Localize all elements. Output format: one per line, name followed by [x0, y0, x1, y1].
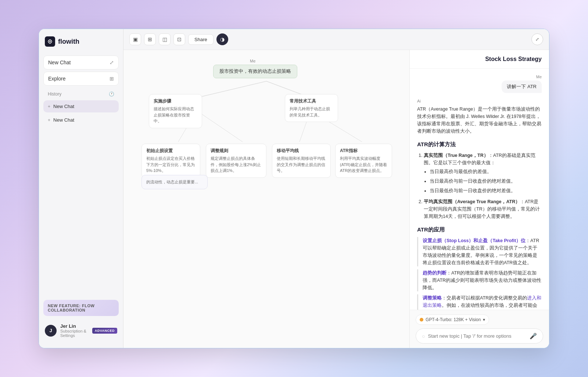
panel-ai-label: Ai — [417, 99, 542, 103]
user-avatar: J — [45, 325, 57, 337]
new-chat-button[interactable]: New Chat ⤢ — [43, 55, 119, 69]
history-clock-icon: 🕐 — [109, 91, 114, 97]
user-name: Jer Lin — [60, 323, 89, 329]
app-window: flowith New Chat ⤢ Explore ⊞ History 🕐 +… — [39, 29, 549, 348]
panel-ai-content: ATR（Average True Range）是一个用于衡量市场波动性的技术分析… — [417, 105, 542, 310]
ai-section1-item-2: 平均真实范围（Average True Range，ATR）：ATR是一定时间段… — [424, 198, 542, 220]
user-avatar-initial: J — [49, 328, 52, 333]
input-search-icon: ○ — [422, 333, 425, 339]
sub-card-1-text: 描述如何实际应用动态止损策略在股市投资中。 — [154, 106, 197, 124]
tr-sublist: 当日最高价与最低价的差值。 当日最高价与前一日收盘价的绝对差值。 当日最低价与前… — [424, 168, 542, 194]
panel-input-area: GPT-4-Turbo: 128K + Vision ▾ ○ 🎤 — [410, 310, 549, 348]
chat-item-icon-1: + — [48, 104, 50, 109]
ai-partial-card: 的流动性，动态止损是重要... — [141, 175, 208, 189]
new-chat-label: New Chat — [48, 60, 71, 65]
new-feature-banner: NEW FEATURE: Flow Collaboration — [43, 300, 119, 316]
svg-line-0 — [197, 81, 266, 98]
toolbar-btn-2[interactable]: ⊞ — [144, 33, 156, 45]
ai-section1-title: ATR的计算方法 — [417, 140, 542, 149]
ai-section2-title: ATR的应用 — [417, 225, 542, 234]
new-chat-icon: ⤢ — [110, 60, 114, 65]
sub-card-2-title: 常用技术工具 — [290, 98, 333, 104]
logo-icon — [45, 36, 55, 47]
model-selector-chevron: ▾ — [483, 317, 485, 322]
content-area: Me 股市投资中，有效的动态止损策略 实施步骤 描述如何实际应用动态止损策略在股… — [123, 50, 549, 348]
advanced-badge: ADVANCED — [92, 328, 117, 334]
toolbar-btn-4[interactable]: ⊡ — [173, 33, 185, 45]
toolbar-btn-3[interactable]: ◫ — [159, 33, 171, 45]
ai-partial-text: 的流动性，动态止损是重要... — [146, 179, 203, 185]
user-row[interactable]: J Jer Lin Subscription & Settings ADVANC… — [43, 320, 119, 341]
sub-card-2: 常用技术工具 列举几种用于动态止损的常见技术工具。 — [285, 94, 338, 122]
panel-user-msg: Me 讲解一下 ATR — [417, 75, 542, 93]
panel-user-label: Me — [417, 75, 542, 79]
history-label: History — [48, 91, 61, 97]
user-info: Jer Lin Subscription & Settings — [60, 323, 89, 338]
sub-card-1-title: 实施步骤 — [154, 98, 197, 104]
ai-intro: ATR（Average True Range）是一个用于衡量市场波动性的技术分析… — [417, 105, 542, 135]
canvas-area: Me 股市投资中，有效的动态止损策略 实施步骤 描述如何实际应用动态止损策略在股… — [123, 50, 409, 348]
deep-card-2: 调整规则 规定调整止损点的具体条件，例如股价每上涨2%则止损点上调1%。 — [206, 144, 266, 178]
deep-card-1-text: 初始止损点设定在买入价格下方的一定百分比，常见为5%-10%。 — [146, 155, 196, 174]
main-topic-card: 股市投资中，有效的动态止损策略 — [213, 65, 297, 78]
deep-card-3: 移动平均线 使用短期和长期移动平均线的交叉作为调整止损点的信号。 — [272, 144, 331, 178]
deep-card-4: ATR指标 利用平均真实波动幅度(ATR)确定止损点，并随着ATR的改变调整止损… — [335, 144, 392, 178]
right-panel: Stock Loss Strategy Me 讲解一下 ATR Ai ATR（A… — [409, 50, 549, 348]
explore-icon: ⊞ — [110, 76, 114, 82]
share-button[interactable]: Share — [188, 34, 214, 45]
chat-item-label-2: New Chat — [53, 117, 74, 123]
ai-section2-list: 设置止损（Stop Loss）和止盈（Take Profit）位：ATR可以帮助… — [417, 237, 542, 310]
ai-section2-item-3: 调整策略：交易者可以根据ATR的变化调整交易的进入和退出策略。例如，在波动性较高… — [417, 294, 542, 310]
mode-toggle[interactable]: ◑ — [216, 33, 228, 45]
explore-label: Explore — [48, 76, 65, 82]
deep-card-3-title: 移动平均线 — [277, 148, 326, 154]
chat-item-active[interactable]: + New Chat — [43, 100, 119, 112]
panel-user-bubble: 讲解一下 ATR — [502, 80, 542, 93]
ai-section1-item-1: 真实范围（True Range，TR）：ATR的基础是真实范围。它是以下三个值中… — [424, 152, 542, 194]
deep-card-1-title: 初始止损设置 — [146, 148, 196, 154]
logo-text: flowith — [58, 38, 79, 46]
top-toolbar: ▣ ⊞ ◫ ⊡ Share ◑ ⤢ — [123, 29, 549, 50]
chat-item-icon-2: + — [48, 118, 50, 123]
deep-card-4-text: 利用平均真实波动幅度(ATR)确定止损点，并随着ATR的改变调整止损点。 — [340, 155, 387, 174]
canvas-me-label: Me — [250, 57, 255, 64]
sidebar-footer: NEW FEATURE: Flow Collaboration J Jer Li… — [43, 300, 119, 341]
panel-chat: Me 讲解一下 ATR Ai ATR（Average True Range）是一… — [410, 69, 549, 310]
model-selector-label: GPT-4-Turbo: 128K + Vision — [426, 317, 481, 322]
chat-item-label-1: New Chat — [53, 104, 74, 109]
chat-input[interactable] — [428, 333, 527, 339]
input-row: ○ 🎤 — [416, 328, 543, 344]
deep-card-2-title: 调整规则 — [211, 148, 262, 154]
deep-card-2-text: 规定调整止损点的具体条件，例如股价每上涨2%则止损点上调1%。 — [211, 155, 262, 174]
logo-area: flowith — [43, 36, 119, 47]
mic-icon[interactable]: 🎤 — [530, 333, 537, 340]
sidebar: flowith New Chat ⤢ Explore ⊞ History 🕐 +… — [39, 29, 123, 348]
sub-card-2-text: 列举几种用于动态止损的常见技术工具。 — [290, 106, 333, 118]
explore-button[interactable]: Explore ⊞ — [43, 72, 119, 86]
tr-item-1: 当日最高价与最低价的差值。 — [430, 168, 542, 175]
user-sub: Subscription & Settings — [60, 329, 89, 338]
sub-card-1: 实施步骤 描述如何实际应用动态止损策略在股市投资中。 — [149, 94, 202, 128]
ai-section2-item-1: 设置止损（Stop Loss）和止盈（Take Profit）位：ATR可以帮助… — [417, 237, 542, 266]
expand-button[interactable]: ⤢ — [531, 33, 543, 45]
panel-title: Stock Loss Strategy — [485, 56, 542, 62]
deep-card-1: 初始止损设置 初始止损点设定在买入价格下方的一定百分比，常见为5%-10%。 — [141, 144, 200, 178]
toolbar-btn-1[interactable]: ▣ — [129, 33, 141, 45]
model-selector-dot — [420, 318, 423, 322]
deep-card-3-text: 使用短期和长期移动平均线的交叉作为调整止损点的信号。 — [277, 155, 326, 174]
ai-section2-item-2: 趋势的判断：ATR的增加通常表明市场趋势可能正在加强，而ATR的减少则可能表明市… — [417, 269, 542, 291]
right-panel-header: Stock Loss Strategy — [410, 50, 549, 69]
main-content: ▣ ⊞ ◫ ⊡ Share ◑ ⤢ — [123, 29, 549, 348]
model-selector[interactable]: GPT-4-Turbo: 128K + Vision ▾ — [416, 315, 489, 325]
chat-item-inactive[interactable]: + New Chat — [43, 114, 119, 126]
deep-card-4-title: ATR指标 — [340, 148, 387, 154]
svg-line-3 — [197, 111, 243, 142]
tr-item-2: 当日最高价与前一日收盘价的绝对差值。 — [430, 177, 542, 185]
ai-section1-list: 真实范围（True Range，TR）：ATR的基础是真实范围。它是以下三个值中… — [417, 152, 542, 220]
history-row: History 🕐 — [43, 89, 119, 99]
tr-item-3: 当日最低价与前一日收盘价的绝对差值。 — [430, 187, 542, 194]
panel-ai-msg: Ai ATR（Average True Range）是一个用于衡量市场波动性的技… — [417, 99, 542, 310]
